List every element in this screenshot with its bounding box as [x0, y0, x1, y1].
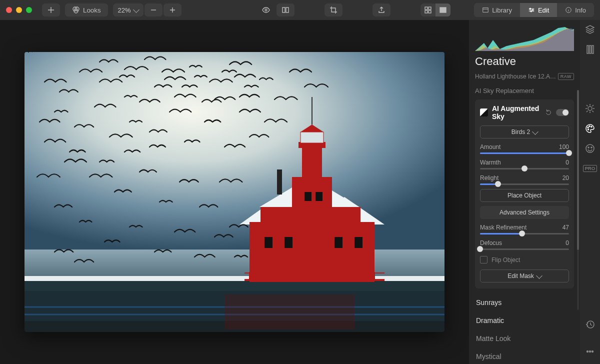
- preset-dramatic[interactable]: Dramatic: [475, 312, 574, 330]
- looks-label: Looks: [83, 6, 101, 14]
- svg-line-57: [592, 105, 594, 106]
- ai-augmented-sky-panel: AI Augmented Sky Birds 2 Amount100 Warmt…: [475, 100, 574, 288]
- svg-rect-46: [587, 46, 588, 54]
- preset-ai-sky-replacement[interactable]: AI Sky Replacement: [475, 87, 574, 94]
- pro-badge[interactable]: PRO: [584, 163, 596, 174]
- close-window[interactable]: [6, 7, 12, 13]
- slider-warmth[interactable]: Warmth0: [480, 159, 569, 170]
- effect-title: AI Augmented Sky: [492, 104, 541, 120]
- slider-amount[interactable]: Amount100: [480, 144, 569, 154]
- svg-line-55: [592, 111, 594, 112]
- svg-rect-8: [425, 10, 428, 13]
- looks-icon: [72, 6, 80, 14]
- svg-point-66: [587, 351, 588, 352]
- svg-line-56: [586, 111, 588, 112]
- slider-defocus[interactable]: Defocus0: [480, 240, 569, 250]
- histogram[interactable]: [475, 25, 574, 51]
- advanced-settings-button[interactable]: Advanced Settings: [480, 206, 569, 219]
- svg-rect-4: [282, 8, 285, 12]
- svg-rect-9: [428, 10, 431, 13]
- app-toolbar: Looks 22% Library Edit Info: [0, 0, 600, 20]
- svg-point-67: [590, 351, 591, 352]
- edit-panel: Creative Holland Lighthouse Ice 12.A… RA…: [469, 20, 600, 364]
- adjustments-icon[interactable]: [584, 44, 596, 55]
- place-object-button[interactable]: Place Object: [480, 189, 569, 202]
- library-icon: [482, 6, 489, 14]
- grid-view-button[interactable]: [420, 4, 436, 16]
- zoom-out-button[interactable]: [144, 4, 162, 16]
- chevron-down-icon: [536, 272, 542, 279]
- more-icon[interactable]: [584, 346, 596, 357]
- svg-rect-11: [483, 8, 488, 12]
- add-button[interactable]: [42, 4, 60, 16]
- svg-point-64: [591, 147, 592, 148]
- history-icon[interactable]: [584, 319, 596, 330]
- creative-icon[interactable]: [584, 123, 596, 134]
- compare-button[interactable]: [276, 4, 294, 16]
- tab-info[interactable]: Info: [557, 3, 594, 17]
- svg-rect-7: [428, 7, 431, 10]
- edit-category-rail: PRO: [580, 20, 600, 364]
- zoom-controls: 22%: [113, 4, 182, 16]
- share-button[interactable]: [372, 4, 390, 16]
- section-title: Creative: [475, 55, 574, 68]
- info-icon: [565, 6, 572, 14]
- svg-point-60: [591, 126, 592, 128]
- layers-icon[interactable]: [584, 24, 596, 35]
- svg-point-14: [530, 10, 532, 12]
- crop-button[interactable]: [324, 4, 342, 16]
- effect-swatch-icon: [480, 108, 488, 116]
- svg-rect-48: [592, 46, 594, 54]
- edit-mask-button[interactable]: Edit Mask: [480, 270, 569, 282]
- checkbox-icon: [480, 256, 488, 264]
- filename-row: Holland Lighthouse Ice 12.A… RAW: [475, 73, 574, 80]
- slider-mask-refinement[interactable]: Mask Refinement47: [480, 224, 569, 234]
- preset-matte-look[interactable]: Matte Look: [475, 330, 574, 348]
- preview-button[interactable]: [258, 4, 274, 16]
- svg-point-68: [592, 351, 594, 352]
- svg-point-12: [530, 8, 531, 10]
- effect-toggle[interactable]: [556, 109, 569, 116]
- svg-point-49: [588, 106, 592, 110]
- sky-preset-select[interactable]: Birds 2: [480, 126, 569, 138]
- tab-library[interactable]: Library: [474, 3, 520, 17]
- raw-badge: RAW: [558, 73, 574, 80]
- tab-edit[interactable]: Edit: [520, 3, 557, 17]
- canvas-area[interactable]: (function(){var g=document.getElementByI…: [0, 20, 469, 364]
- svg-point-3: [265, 9, 267, 11]
- panel-scrollbar[interactable]: [577, 90, 579, 310]
- preset-sunrays[interactable]: Sunrays: [475, 294, 574, 312]
- zoom-in-button[interactable]: [164, 4, 182, 16]
- svg-point-59: [589, 126, 590, 127]
- edit-icon: [528, 6, 535, 14]
- svg-point-58: [588, 127, 588, 128]
- svg-point-13: [532, 10, 534, 11]
- light-icon[interactable]: [584, 103, 596, 114]
- maximize-window[interactable]: [26, 7, 32, 13]
- chevron-down-icon: [133, 6, 140, 13]
- svg-point-63: [588, 147, 589, 148]
- svg-rect-10: [440, 8, 446, 12]
- reset-effect-button[interactable]: [545, 108, 552, 117]
- svg-point-61: [588, 129, 589, 130]
- looks-button[interactable]: Looks: [65, 4, 108, 16]
- chevron-down-icon: [532, 128, 538, 135]
- view-mode-pair: [420, 4, 450, 16]
- filename: Holland Lighthouse Ice 12.A…: [475, 73, 556, 80]
- svg-rect-5: [286, 8, 288, 12]
- minimize-window[interactable]: [16, 7, 22, 13]
- slider-relight[interactable]: Relight20: [480, 174, 569, 185]
- svg-rect-47: [590, 46, 591, 54]
- photo-preview: (function(){var g=document.getElementByI…: [24, 52, 444, 332]
- portrait-icon[interactable]: [584, 143, 596, 154]
- svg-line-54: [586, 105, 588, 106]
- mode-tabs: Library Edit Info: [474, 3, 594, 17]
- preset-mystical[interactable]: Mystical: [475, 348, 574, 364]
- zoom-percent[interactable]: 22%: [113, 4, 144, 16]
- window-controls: [6, 7, 32, 13]
- svg-rect-6: [425, 7, 428, 10]
- flip-object-checkbox[interactable]: Flip Object: [480, 256, 569, 264]
- single-view-button[interactable]: [436, 4, 450, 16]
